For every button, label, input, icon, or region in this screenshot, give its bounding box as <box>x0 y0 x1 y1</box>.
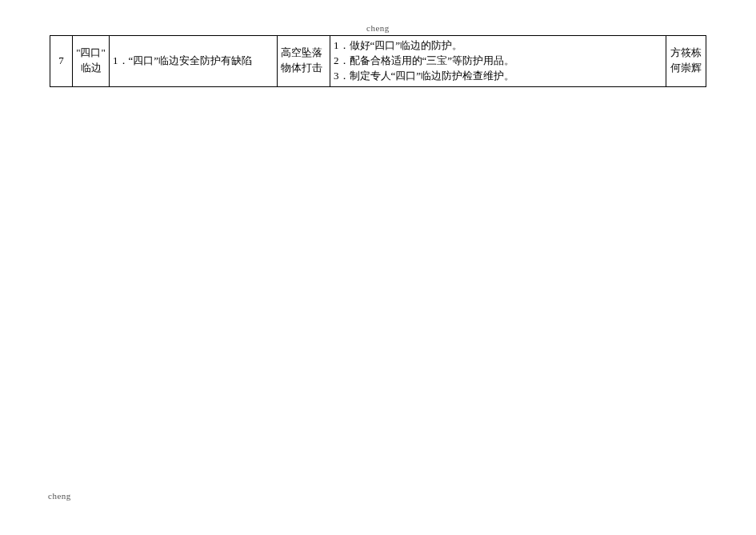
cell-category: "四口" 临边 <box>73 36 110 87</box>
measure-line: 3．制定专人“四口”临边防护检查维护。 <box>334 69 662 84</box>
person-line: 方筱栋 <box>670 46 702 58</box>
category-line: "四口" <box>76 46 106 58</box>
cell-issue: 1．“四口”临边安全防护有缺陷 <box>110 36 278 87</box>
category-line: 临边 <box>81 62 102 74</box>
risk-line: 高空坠落 <box>281 46 322 58</box>
safety-table: 7 "四口" 临边 1．“四口”临边安全防护有缺陷 高空坠落 物体打击 1．做好… <box>50 35 706 87</box>
cell-number: 7 <box>50 36 73 87</box>
measure-line: 1．做好“四口”临边的防护。 <box>334 38 662 54</box>
risk-line: 物体打击 <box>281 62 322 74</box>
measure-line: 2．配备合格适用的“三宝”等防护用品。 <box>334 54 662 69</box>
page-header-label: cheng <box>0 23 756 33</box>
cell-measures: 1．做好“四口”临边的防护。 2．配备合格适用的“三宝”等防护用品。 3．制定专… <box>330 36 666 87</box>
cell-person: 方筱栋 何崇辉 <box>666 36 706 87</box>
table-row: 7 "四口" 临边 1．“四口”临边安全防护有缺陷 高空坠落 物体打击 1．做好… <box>50 36 706 87</box>
person-line: 何崇辉 <box>670 62 702 74</box>
cell-risk: 高空坠落 物体打击 <box>278 36 330 87</box>
page-footer-label: cheng <box>48 491 71 501</box>
